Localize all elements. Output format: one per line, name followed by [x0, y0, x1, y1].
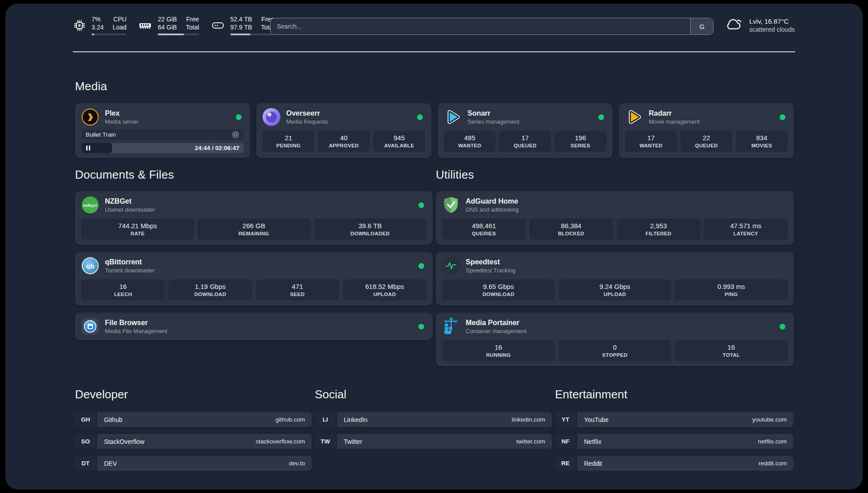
stat-tile: 0 STOPPED — [559, 340, 672, 361]
monitor-progress-bar — [92, 33, 126, 35]
app-card-speedtest[interactable]: Speedtest Speedtest Tracking 9.65 Gbps D… — [436, 252, 794, 305]
stat-label: TOTAL — [677, 352, 785, 358]
monitor-progress-bar — [230, 33, 274, 35]
stat-tile: 618.52 Mbps UPLOAD — [343, 280, 426, 301]
now-playing-title: Bullet Train — [86, 131, 116, 138]
bookmark-url: linkedin.com — [512, 416, 545, 423]
bookmark-url: netflix.com — [758, 438, 787, 445]
app-card-overseerr[interactable]: Overseerr Media Requests 21 PENDING 40 A… — [256, 103, 431, 158]
app-title: Radarr — [649, 109, 780, 117]
monitor-memory: 22 GiB64 GiB FreeTotal — [138, 15, 199, 35]
bookmark-name: Netflix — [584, 438, 601, 445]
stat-tile: 17 QUEUED — [499, 131, 551, 152]
sonarr-icon — [444, 108, 462, 126]
bookmark-abbr: TW — [315, 434, 336, 449]
stat-value: 39.6 TB — [317, 222, 424, 230]
stat-value: 40 — [321, 134, 367, 142]
storage-icon — [211, 18, 225, 33]
stat-tile: 471 SEED — [256, 280, 339, 301]
app-subtitle: Torrent downloader — [105, 267, 418, 274]
online-status-dot — [418, 263, 424, 269]
bookmark-youtube[interactable]: YT YouTube youtube.com — [555, 412, 793, 427]
monitor-values: 52.4 TB97.9 TB — [230, 15, 252, 31]
stat-value: 9.65 Gbps — [445, 283, 552, 290]
app-card-adguard[interactable]: AdGuard Home DNS and adblocking 498,461 … — [436, 191, 794, 245]
app-card-portainer[interactable]: Media Portainer Container management 16 … — [436, 313, 794, 366]
media-section: Plex Media server Bullet Train 24:44 / 0… — [75, 103, 794, 158]
stat-label: SEED — [259, 292, 337, 297]
search-input[interactable] — [270, 18, 714, 35]
stat-label: REMAINING — [200, 231, 307, 236]
app-card-plex[interactable]: Plex Media server Bullet Train 24:44 / 0… — [75, 103, 250, 158]
radarr-icon — [625, 108, 643, 126]
app-card-radarr[interactable]: Radarr Movie management 17 WANTED 22 QUE… — [619, 103, 794, 158]
app-subtitle: DNS and adblocking — [466, 206, 788, 213]
monitor-values: 22 GiB64 GiB — [158, 15, 177, 31]
bookmark-abbr: LI — [315, 412, 336, 427]
app-card-qbittorrent[interactable]: qb qBittorrent Torrent downloader 16 LEE… — [75, 252, 433, 305]
stat-label: BLOCKED — [532, 231, 611, 236]
stat-value: 22 — [683, 134, 730, 142]
bookmark-linkedin[interactable]: LI LinkedIn linkedin.com — [315, 412, 552, 427]
app-card-filebrowser[interactable]: File Browser Media File Management — [75, 313, 433, 340]
stat-label: MOVIES — [739, 143, 785, 148]
stat-tile: 834 MOVIES — [736, 131, 788, 152]
bookmark-abbr: DT — [75, 456, 96, 471]
app-title: File Browser — [105, 319, 418, 327]
stat-label: PING — [677, 292, 785, 297]
weather-condition: scattered clouds — [749, 26, 795, 33]
section-title-developer: Developer — [75, 388, 312, 401]
bookmark-reddit[interactable]: RE Reddit reddit.com — [555, 456, 793, 471]
stat-value: 17 — [628, 134, 674, 142]
bookmark-github[interactable]: GH Github github.com — [75, 412, 312, 427]
stat-tile: 17 WANTED — [625, 131, 677, 152]
speedtest-icon — [442, 257, 460, 275]
pause-icon[interactable] — [86, 146, 90, 150]
stat-label: WANTED — [447, 143, 493, 148]
app-title: Media Portainer — [466, 319, 780, 327]
bookmark-stackoverflow[interactable]: SO StackOverflow stackoverflow.com — [75, 434, 312, 449]
playback-progress-bar[interactable]: 24:44 / 02:06:47 — [81, 143, 244, 153]
stat-value: 47.571 ms — [707, 222, 785, 230]
bookmark-name: Github — [104, 416, 122, 423]
app-title: qBittorrent — [105, 258, 418, 266]
utilities-section: AdGuard Home DNS and adblocking 498,461 … — [436, 191, 794, 366]
app-card-nzbget[interactable]: nzbget NZBGet Usenet downloader 744.21 M… — [75, 191, 433, 245]
stat-tile: 22 QUEUED — [680, 131, 732, 152]
stat-tile: 196 SERIES — [555, 131, 606, 152]
bookmark-twitter[interactable]: TW Twitter twitter.com — [315, 434, 552, 449]
stat-label: DOWNLOADED — [317, 231, 424, 236]
online-status-dot — [417, 114, 423, 120]
app-title: NZBGet — [105, 197, 418, 205]
section-title-entertainment: Entertainment — [555, 388, 793, 401]
session-icon[interactable] — [232, 131, 239, 138]
app-card-sonarr[interactable]: Sonarr Series management 485 WANTED 17 Q… — [438, 103, 613, 158]
stat-tile: 2,953 FILTERED — [617, 219, 701, 240]
bookmark-abbr: NF — [555, 434, 576, 449]
playback-progress-fill — [81, 143, 112, 153]
documents-section: nzbget NZBGet Usenet downloader 744.21 M… — [75, 191, 433, 340]
stat-value: 471 — [259, 283, 337, 290]
search-engine-button[interactable]: G — [690, 18, 713, 34]
stat-label: AVAILABLE — [376, 143, 422, 148]
app-subtitle: Media server — [105, 118, 236, 125]
app-title: Sonarr — [467, 109, 598, 117]
monitor-progress-bar — [158, 33, 199, 35]
cpu-icon — [73, 19, 86, 32]
qbittorrent-icon: qb — [81, 257, 99, 275]
app-subtitle: Container management — [466, 328, 780, 334]
bookmark-url: youtube.com — [752, 416, 787, 423]
stat-label: LATENCY — [707, 231, 785, 236]
bookmark-dev[interactable]: DT DEV dev.to — [75, 456, 312, 471]
bookmark-name: Reddit — [584, 460, 602, 467]
stat-tile: 744.21 Mbps RATE — [81, 219, 194, 240]
stat-value: 618.52 Mbps — [346, 283, 424, 290]
stat-label: PENDING — [265, 143, 312, 148]
bookmark-netflix[interactable]: NF Netflix netflix.com — [555, 434, 793, 449]
stat-label: RATE — [84, 231, 191, 236]
monitor-values: 7%3.24 — [92, 15, 104, 31]
stat-tile: 40 APPROVED — [318, 131, 370, 152]
app-title: Overseerr — [286, 109, 417, 117]
stat-label: STOPPED — [561, 352, 669, 358]
online-status-dot — [780, 324, 785, 330]
